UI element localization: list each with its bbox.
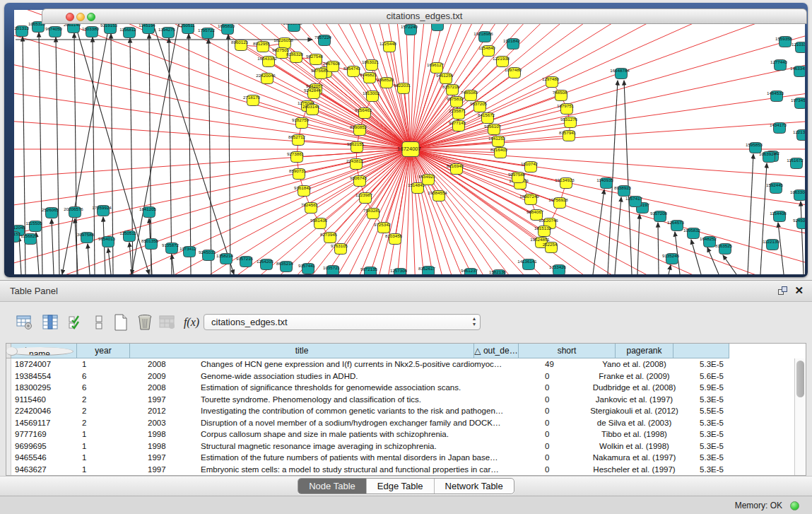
citation-edge-black[interactable]	[228, 35, 230, 274]
cell-year[interactable]: 2009	[144, 370, 197, 382]
cell-pagerank[interactable]: 5.3E-5	[683, 358, 741, 370]
cell-filler[interactable]	[741, 358, 796, 370]
cell-title[interactable]: Embryonic stem cells: a model to study s…	[197, 464, 541, 476]
network-table-select[interactable]: citations_edges.txt ▴▾	[204, 314, 481, 330]
cell-pagerank[interactable]: 5.3E-5	[683, 452, 741, 464]
cell-title[interactable]: Disruption of a novel member of a sodium…	[197, 417, 541, 429]
citation-edge-black[interactable]	[56, 37, 59, 274]
table-settings-icon[interactable]	[14, 312, 35, 333]
table-row[interactable]: 977716911998Corpus callosum shape and si…	[6, 428, 806, 440]
cell-out_de…[interactable]: 0	[541, 417, 586, 429]
zoom-window-button[interactable]	[87, 13, 95, 21]
cell-out_de…[interactable]: 0	[541, 452, 586, 464]
citation-network-graph[interactable]: 1872400718130029156463899085295621552243…	[14, 10, 805, 274]
cell-filler[interactable]	[741, 405, 796, 417]
cell-pagerank[interactable]: 5.3E-5	[683, 464, 741, 476]
citation-edge-black[interactable]	[189, 34, 191, 274]
cell-short[interactable]: Jankovic et al. (1997)	[586, 394, 683, 406]
cell-name[interactable]: 9115460	[11, 394, 78, 406]
table-row[interactable]: 946362711997Embryonic stem cells: a mode…	[6, 464, 806, 476]
cell-title[interactable]: Structural magnetic resonance image aver…	[197, 440, 541, 452]
cell-year[interactable]: 1997	[144, 452, 197, 464]
cell-short[interactable]: Wolkin et al. (1998)	[586, 440, 683, 452]
cell-title[interactable]: Investigating the contribution of common…	[197, 405, 541, 417]
cell-pagerank[interactable]: 5.3E-5	[683, 428, 741, 440]
citation-edge-black[interactable]	[669, 265, 671, 274]
table-row[interactable]: 969969511998Structural magnetic resonanc…	[6, 440, 806, 452]
citation-edge-black[interactable]	[637, 214, 640, 274]
cell-year[interactable]: 2003	[144, 417, 197, 429]
delete-rows-icon[interactable]	[134, 312, 155, 333]
cell-pagerank[interactable]: 5.3E-5	[683, 440, 741, 452]
cell-year[interactable]: 1998	[144, 440, 197, 452]
select-all-rows-icon[interactable]	[65, 312, 86, 333]
cell-out_de…[interactable]: 0	[541, 428, 586, 440]
cell-pagerank[interactable]: 5.3E-5	[683, 417, 741, 429]
cell-short[interactable]: de Silva et al. (2003)	[586, 417, 683, 429]
cell-pagerank[interactable]: 5.9E-5	[683, 382, 741, 394]
cell-short[interactable]: Dudbridge et al. (2008)	[586, 382, 683, 394]
column-header-out_de…[interactable]: △ out_de…	[474, 344, 519, 358]
clear-row-selection-icon[interactable]	[89, 312, 110, 333]
cell-pagerank[interactable]: 5.6E-5	[683, 370, 741, 382]
close-window-button[interactable]	[66, 13, 74, 21]
citation-edge-black[interactable]	[88, 244, 90, 274]
cell-title[interactable]: Estimation of significance thresholds fo…	[197, 382, 541, 394]
column-header-filler[interactable]	[673, 344, 729, 358]
tab-edge-table[interactable]: Edge Table	[366, 479, 434, 493]
tab-node-table[interactable]: Node Table	[298, 479, 366, 493]
cell-name[interactable]: 14569117	[11, 417, 78, 429]
table-row[interactable]: 911546021997Tourette syndrome. Phenomeno…	[6, 394, 806, 406]
cell-out_de…[interactable]: 0	[541, 382, 586, 394]
cell-name[interactable]: 22420046	[11, 405, 78, 417]
citation-edge-black[interactable]	[131, 11, 181, 274]
scrollbar-thumb[interactable]	[796, 361, 804, 397]
citation-edge-black[interactable]	[39, 33, 42, 274]
cell-in_degree[interactable]: 6	[78, 370, 144, 382]
cell-short[interactable]: Stergiakouli et al. (2012)	[586, 405, 683, 417]
cell-year[interactable]: 2008	[144, 358, 197, 370]
cell-in_degree[interactable]: 2	[78, 417, 144, 429]
cell-name[interactable]: 19384554	[11, 370, 78, 382]
table-row[interactable]: 2242004622012Investigating the contribut…	[6, 405, 806, 417]
citation-edge-black[interactable]	[52, 219, 54, 274]
cell-title[interactable]: Tourette syndrome. Phenomenology and cla…	[197, 394, 541, 406]
cell-year[interactable]: 1997	[144, 464, 197, 476]
cell-filler[interactable]	[741, 464, 796, 476]
cell-year[interactable]: 1998	[144, 428, 197, 440]
citation-edge-black[interactable]	[658, 223, 659, 274]
column-header-title[interactable]: title	[130, 344, 474, 358]
citation-edge-black[interactable]	[624, 81, 632, 274]
citation-edge-black[interactable]	[748, 154, 753, 274]
minimize-window-button[interactable]	[76, 13, 85, 21]
cell-short[interactable]: Nakamura et al. (1997)	[586, 452, 683, 464]
citation-edge-black[interactable]	[108, 248, 111, 274]
network-canvas[interactable]: 1872400718130029156463899085295621552243…	[14, 10, 805, 274]
cell-filler[interactable]	[741, 382, 796, 394]
cell-filler[interactable]	[741, 440, 796, 452]
cell-year[interactable]: 1997	[144, 394, 197, 406]
citation-edge-black[interactable]	[778, 223, 784, 274]
citation-edge-black[interactable]	[760, 163, 767, 274]
cell-out_de…[interactable]: 49	[541, 358, 586, 370]
table-vertical-scrollbar[interactable]	[794, 358, 806, 475]
table-row[interactable]: 1830029562008Estimation of significance …	[6, 382, 806, 394]
cell-in_degree[interactable]: 2	[78, 394, 144, 406]
network-window-titlebar[interactable]: citations_edges.txt	[42, 8, 807, 24]
select-columns-icon[interactable]	[40, 312, 61, 333]
cell-name[interactable]: 18300295	[11, 382, 78, 394]
citation-edge-black[interactable]	[129, 243, 132, 274]
cell-filler[interactable]	[741, 394, 796, 406]
memory-ok-indicator[interactable]	[790, 501, 799, 510]
cell-in_degree[interactable]: 1	[78, 440, 144, 452]
column-header-year[interactable]: year	[77, 344, 130, 358]
cell-filler[interactable]	[741, 370, 796, 382]
cell-short[interactable]: Yano et al. (2008)	[586, 358, 683, 370]
cell-out_de…[interactable]: 0	[541, 440, 586, 452]
cell-year[interactable]: 2012	[144, 405, 197, 417]
table-row[interactable]: 946554611997Estimation of the future num…	[6, 452, 806, 464]
table-row[interactable]: 1872400712008Changes of HCN gene express…	[6, 358, 806, 370]
tab-network-table[interactable]: Network Table	[434, 479, 514, 493]
citation-edge-black[interactable]	[691, 240, 701, 274]
cell-filler[interactable]	[741, 417, 796, 429]
